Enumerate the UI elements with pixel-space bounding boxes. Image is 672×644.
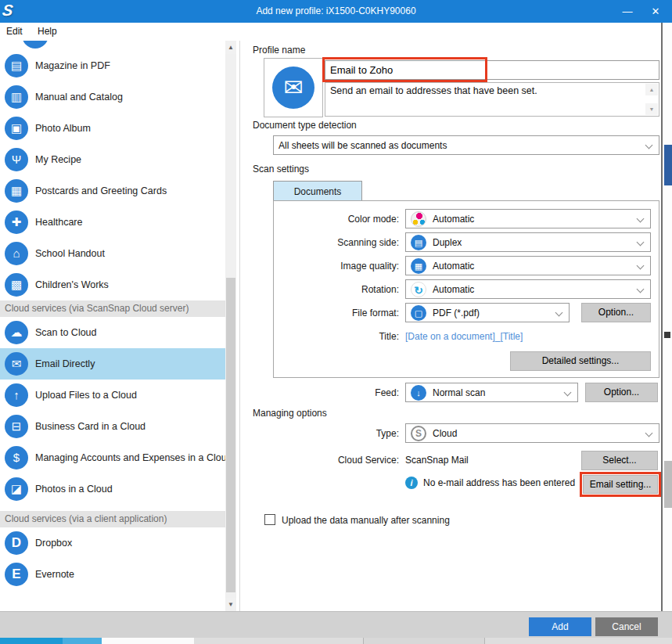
type-label: Type:	[258, 428, 399, 439]
sidebar-item-managing-accounts-and-expenses-in-a-cloud[interactable]: $Managing Accounts and Expenses in a Clo…	[0, 442, 225, 473]
sidebar-item-label: Email Directly	[35, 358, 95, 369]
manual-catalog-icon: ▥	[5, 85, 28, 109]
menu-edit[interactable]: Edit	[0, 23, 29, 37]
sidebar-item-upload-files-to-a-cloud[interactable]: ↑Upload Files to a Cloud	[0, 380, 225, 411]
sidebar-item-manual-and-catalog[interactable]: ▥Manual and Catalog	[0, 81, 225, 113]
sidebar-item-label: Evernote	[35, 569, 74, 580]
chevron-down-icon	[637, 215, 645, 223]
add-button[interactable]: Add	[529, 617, 591, 636]
title-bar: S Add new profile: iX1500-C0KHY90060 — ✕	[0, 0, 672, 23]
background-window-fragment	[63, 638, 102, 644]
cloud-type-icon: S	[411, 426, 426, 441]
title-label: Title:	[258, 331, 399, 342]
feed-dropdown[interactable]: ↓ Normal scan	[405, 383, 578, 402]
description-scroll-down-icon[interactable]: ▼	[645, 103, 658, 115]
scanning-side-label: Scanning side:	[258, 237, 399, 248]
detailed-settings-button[interactable]: Detailed settings...	[510, 351, 651, 371]
type-value: Cloud	[433, 428, 457, 439]
document-type-value: All sheets will be scanned as documents	[279, 140, 447, 151]
minimize-button[interactable]: —	[614, 0, 641, 23]
sidebar-item-magazine-in-pdf[interactable]: ▤Magazine in PDF	[0, 50, 225, 81]
profile-name-input[interactable]	[325, 60, 659, 80]
sidebar-item-label: School Handout	[35, 248, 105, 259]
sidebar-item-email-directly[interactable]: ✉Email Directly	[0, 348, 225, 380]
managing-options-label: Managing options	[253, 408, 327, 419]
scanning-side-icon: ▤	[411, 235, 426, 250]
cloud-service-label: Cloud Service:	[258, 455, 399, 466]
sidebar-item-label: Business Card in a Cloud	[35, 421, 146, 432]
title-template-value[interactable]: [Date on a document]_[Title]	[405, 331, 523, 342]
scanning-side-value: Duplex	[433, 237, 462, 248]
background-window-fragment	[0, 638, 63, 644]
cancel-button[interactable]: Cancel	[595, 617, 658, 636]
sidebar-item-label: Photos in a Cloud	[35, 484, 113, 495]
color-mode-label: Color mode:	[258, 214, 399, 225]
sidebar-item-dropbox[interactable]: DDropbox	[0, 527, 225, 559]
scroll-up-icon[interactable]: ▲	[225, 41, 236, 54]
healthcare-icon: ✚	[5, 210, 28, 234]
chevron-down-icon	[645, 142, 653, 149]
sidebar-item-postcards-and-greeting-cards[interactable]: ▦Postcards and Greeting Cards	[0, 175, 225, 207]
image-quality-value: Automatic	[433, 261, 474, 272]
file-format-option-button[interactable]: Option...	[581, 303, 651, 322]
upload-manually-label: Upload the data manually after scanning	[282, 515, 450, 526]
email-profile-icon: ✉	[272, 67, 314, 109]
cloud-service-value: ScanSnap Mail	[405, 455, 469, 466]
file-format-dropdown[interactable]: ▢ PDF (*.pdf)	[405, 303, 570, 322]
profile-list-scrollbar[interactable]: ▲ ▼	[225, 41, 236, 611]
document-type-dropdown[interactable]: All sheets will be scanned as documents	[273, 135, 659, 155]
feed-icon: ↓	[411, 385, 426, 401]
scrollbar-thumb[interactable]	[226, 278, 235, 592]
upload-cloud-icon: ↑	[5, 383, 28, 407]
description-scroll-up-icon[interactable]: ▲	[645, 84, 658, 95]
sidebar-item-business-card-in-a-cloud[interactable]: ⊟Business Card in a Cloud	[0, 411, 225, 442]
sidebar-item-photo-album[interactable]: ▣Photo Album	[0, 113, 225, 144]
sidebar-item-label: Children's Works	[35, 279, 109, 290]
scan-to-cloud-icon: ☁	[5, 321, 28, 344]
type-dropdown[interactable]: S Cloud	[405, 423, 659, 443]
file-format-value: PDF (*.pdf)	[433, 308, 480, 318]
upload-manually-checkbox[interactable]	[264, 514, 275, 525]
color-mode-value: Automatic	[433, 214, 474, 225]
color-mode-dropdown[interactable]: Automatic	[405, 209, 651, 228]
profile-description-field[interactable]: Send an email to addresses that have bee…	[325, 82, 659, 117]
accounts-expenses-icon: $	[5, 446, 28, 470]
sidebar-item-label: Manual and Catalog	[35, 92, 123, 103]
chevron-down-icon	[564, 389, 572, 397]
feed-value: Normal scan	[433, 387, 485, 398]
sidebar-item-children-s-works[interactable]: ▩Children's Works	[0, 269, 225, 300]
menu-help[interactable]: Help	[31, 23, 63, 37]
feed-option-button[interactable]: Option...	[585, 383, 658, 402]
childrens-works-icon: ▩	[5, 273, 28, 297]
chevron-down-icon	[637, 286, 645, 293]
image-quality-dropdown[interactable]: ▦Automatic	[405, 256, 651, 275]
window-title: Add new profile: iX1500-C0KHY90060	[0, 5, 672, 16]
image-quality-label: Image quality:	[258, 261, 399, 272]
scan-settings-label: Scan settings	[253, 164, 309, 174]
sidebar-item-scan-to-cloud[interactable]: ☁Scan to Cloud	[0, 317, 225, 348]
email-setting-button[interactable]: Email setting...	[583, 475, 658, 494]
scanning-side-dropdown[interactable]: ▤Duplex	[405, 232, 651, 252]
close-button[interactable]: ✕	[642, 0, 669, 23]
sidebar-item-label: Postcards and Greeting Cards	[35, 185, 167, 196]
sidebar-item-my-recipe[interactable]: ΨMy Recipe	[0, 144, 225, 175]
scroll-down-icon[interactable]: ▼	[225, 598, 236, 611]
cloud-service-select-button[interactable]: Select...	[581, 451, 658, 470]
rotation-dropdown[interactable]: ↻Automatic	[405, 279, 651, 299]
background-window-fragment	[664, 332, 670, 338]
sidebar-item-label: Scan to Cloud	[35, 327, 97, 338]
business-card-icon: ⊟	[5, 415, 28, 438]
sidebar-item-healthcare[interactable]: ✚Healthcare	[0, 207, 225, 238]
email-directly-icon: ✉	[5, 352, 28, 376]
sidebar-item-school-handout[interactable]: ⌂School Handout	[0, 238, 225, 269]
profile-icon-box[interactable]: ✉	[264, 58, 323, 117]
rotation-icon: ↻	[411, 282, 426, 297]
info-icon: i	[405, 477, 418, 489]
chevron-down-icon	[555, 309, 563, 317]
panel-divider	[239, 41, 240, 611]
sidebar-item-photos-in-a-cloud[interactable]: ◪Photos in a Cloud	[0, 473, 225, 505]
sidebar-item-label: My Recipe	[35, 154, 81, 165]
chevron-down-icon	[637, 239, 645, 246]
sidebar-item-evernote[interactable]: EEvernote	[0, 559, 225, 590]
tab-documents[interactable]: Documents	[273, 181, 362, 201]
